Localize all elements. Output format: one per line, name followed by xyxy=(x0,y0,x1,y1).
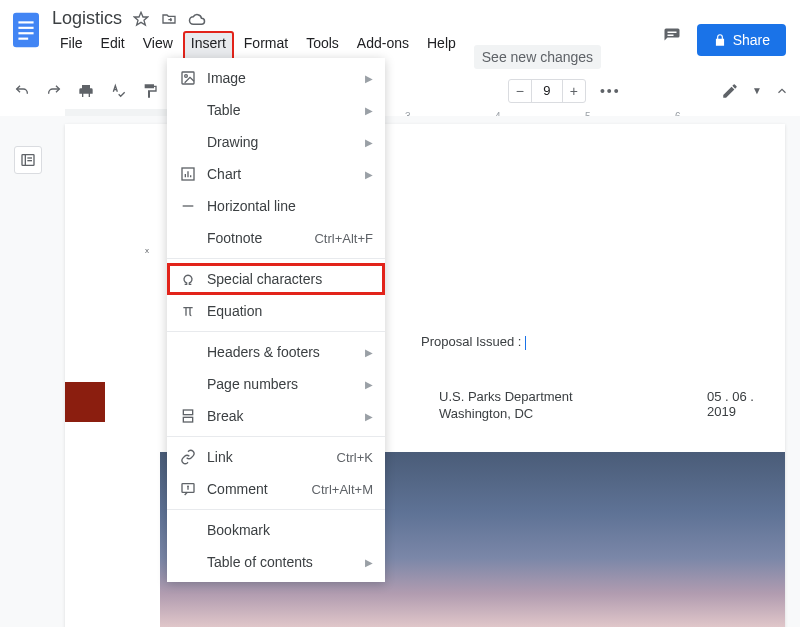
insert-comment[interactable]: Comment Ctrl+Alt+M xyxy=(167,473,385,505)
insert-headers-footers[interactable]: Headers & footers ▶ xyxy=(167,336,385,368)
submenu-arrow-icon: ▶ xyxy=(365,73,373,84)
move-folder-icon[interactable] xyxy=(160,10,178,28)
svg-rect-0 xyxy=(13,13,39,48)
submenu-arrow-icon: ▶ xyxy=(365,105,373,116)
red-shape xyxy=(65,382,105,422)
comments-icon[interactable] xyxy=(663,27,681,45)
submenu-arrow-icon: ▶ xyxy=(365,347,373,358)
link-icon xyxy=(175,449,201,465)
collapse-toolbar-icon[interactable] xyxy=(772,77,792,105)
insert-horizontal-line[interactable]: Horizontal line xyxy=(167,190,385,222)
editing-mode-icon[interactable] xyxy=(716,77,744,105)
comment-icon xyxy=(175,481,201,497)
share-button[interactable]: Share xyxy=(697,24,786,56)
menu-separator xyxy=(167,436,385,437)
font-size-value[interactable]: 9 xyxy=(531,80,563,102)
shortcut-label: Ctrl+Alt+F xyxy=(314,231,373,246)
more-tools-icon[interactable]: ••• xyxy=(600,83,621,99)
insert-special-characters[interactable]: Special characters xyxy=(167,263,385,295)
svg-rect-1 xyxy=(18,21,33,23)
omega-icon xyxy=(175,271,201,287)
insert-chart[interactable]: Chart ▶ xyxy=(167,158,385,190)
chart-icon xyxy=(175,166,201,182)
text-cursor xyxy=(525,336,526,350)
svg-point-13 xyxy=(185,75,188,78)
pi-icon xyxy=(175,303,201,319)
insert-footnote[interactable]: Footnote Ctrl+Alt+F xyxy=(167,222,385,254)
svg-rect-20 xyxy=(183,417,192,422)
svg-rect-6 xyxy=(667,32,676,34)
insert-link[interactable]: Link Ctrl+K xyxy=(167,441,385,473)
docs-logo-icon[interactable] xyxy=(8,6,44,54)
submenu-arrow-icon: ▶ xyxy=(365,411,373,422)
paint-format-icon[interactable] xyxy=(136,77,164,105)
font-size-increase[interactable]: + xyxy=(563,80,585,102)
svg-marker-5 xyxy=(134,12,147,25)
submenu-arrow-icon: ▶ xyxy=(365,379,373,390)
horizontal-line-icon xyxy=(175,198,201,214)
shortcut-label: Ctrl+Alt+M xyxy=(312,482,373,497)
svg-rect-12 xyxy=(182,72,194,84)
spellcheck-icon[interactable] xyxy=(104,77,132,105)
menu-help[interactable]: Help xyxy=(419,31,464,69)
text-city: Washington, DC xyxy=(439,406,533,421)
insert-table[interactable]: Table ▶ xyxy=(167,94,385,126)
insert-image[interactable]: Image ▶ xyxy=(167,62,385,94)
share-label: Share xyxy=(733,32,770,48)
insert-toc[interactable]: Table of contents ▶ xyxy=(167,546,385,578)
submenu-arrow-icon: ▶ xyxy=(365,169,373,180)
redo-icon[interactable] xyxy=(40,77,68,105)
insert-drawing[interactable]: Drawing ▶ xyxy=(167,126,385,158)
svg-rect-2 xyxy=(18,27,33,29)
document-title[interactable]: Logistics xyxy=(52,8,122,29)
text-dept: U.S. Parks Department xyxy=(439,389,573,404)
menu-file[interactable]: File xyxy=(52,31,91,69)
submenu-arrow-icon: ▶ xyxy=(365,557,373,568)
svg-rect-19 xyxy=(183,410,192,415)
insert-bookmark[interactable]: Bookmark xyxy=(167,514,385,546)
image-icon xyxy=(175,70,201,86)
menu-separator xyxy=(167,509,385,510)
insert-page-numbers[interactable]: Page numbers ▶ xyxy=(167,368,385,400)
svg-rect-3 xyxy=(18,32,33,34)
submenu-arrow-icon: ▶ xyxy=(365,137,373,148)
svg-rect-7 xyxy=(667,35,673,37)
print-icon[interactable] xyxy=(72,77,100,105)
toolbar: ▼ − 9 + ••• ▼ xyxy=(0,71,800,111)
text-date: 05 . 06 . 2019 xyxy=(707,389,785,419)
font-size-decrease[interactable]: − xyxy=(509,80,531,102)
font-size-group: − 9 + xyxy=(508,79,586,103)
shortcut-label: Ctrl+K xyxy=(337,450,373,465)
insert-equation[interactable]: Equation xyxy=(167,295,385,327)
menu-separator xyxy=(167,258,385,259)
undo-icon[interactable] xyxy=(8,77,36,105)
insert-break[interactable]: Break ▶ xyxy=(167,400,385,432)
svg-rect-4 xyxy=(18,38,28,40)
insert-dropdown: Image ▶ Table ▶ Drawing ▶ Chart ▶ Horizo… xyxy=(167,58,385,582)
outline-toggle-icon[interactable] xyxy=(14,146,42,174)
document-canvas: x Proposal Issued : U.S. Parks Departmen… xyxy=(0,116,800,627)
page-margin-mark: x xyxy=(145,246,149,255)
text-proposal-issued: Proposal Issued : xyxy=(421,334,526,350)
see-new-changes[interactable]: See new changes xyxy=(474,45,601,69)
break-icon xyxy=(175,408,201,424)
cloud-status-icon[interactable] xyxy=(188,10,206,28)
header-bar: Logistics File Edit View Insert Format T… xyxy=(0,0,800,69)
editing-mode-dropdown-icon[interactable]: ▼ xyxy=(752,85,762,96)
menu-separator xyxy=(167,331,385,332)
star-icon[interactable] xyxy=(132,10,150,28)
menu-edit[interactable]: Edit xyxy=(93,31,133,69)
